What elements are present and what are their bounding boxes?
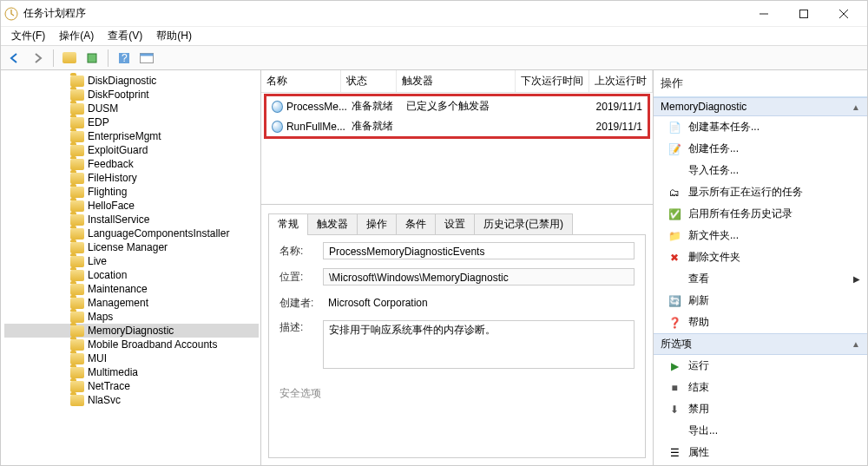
tree-item-label: DiskFootprint bbox=[88, 89, 149, 101]
action-item[interactable]: ■结束 bbox=[654, 377, 867, 398]
close-button[interactable] bbox=[824, 1, 864, 27]
tree-pane[interactable]: DiskDiagnosticDiskFootprintDUSMEDPEnterp… bbox=[1, 70, 261, 465]
action-item[interactable]: ☰属性 bbox=[654, 442, 867, 463]
action-icon: ✖ bbox=[667, 251, 681, 265]
tree-item[interactable]: Location bbox=[4, 268, 259, 282]
tree-item[interactable]: FileHistory bbox=[4, 171, 259, 185]
menu-file[interactable]: 文件(F) bbox=[4, 27, 52, 45]
folder-icon bbox=[70, 367, 84, 378]
app-icon bbox=[4, 7, 18, 21]
folder-icon bbox=[70, 353, 84, 364]
forward-button[interactable] bbox=[27, 49, 48, 68]
menu-view[interactable]: 查看(V) bbox=[101, 27, 149, 45]
action-item[interactable]: 导出... bbox=[654, 420, 867, 442]
actions-pane: 操作 MemoryDiagnostic ▲ 📄创建基本任务...📝创建任务...… bbox=[654, 70, 867, 465]
task-list[interactable]: 名称 状态 触发器 下次运行时间 上次运行时 ProcessMe...准备就绪已… bbox=[261, 70, 653, 204]
details-body: 名称: ProcessMemoryDiagnosticEvents 位置: \M… bbox=[268, 235, 646, 458]
action-item[interactable]: 📁新文件夹... bbox=[654, 225, 867, 246]
tree-item[interactable]: LanguageComponentsInstaller bbox=[4, 226, 259, 240]
value-name[interactable]: ProcessMemoryDiagnosticEvents bbox=[323, 242, 635, 259]
action-label: 运行 bbox=[688, 358, 709, 373]
action-item[interactable]: 📝创建任务... bbox=[654, 138, 867, 160]
tree-item[interactable]: MemoryDiagnostic bbox=[4, 324, 259, 338]
tree-item[interactable]: Maps bbox=[4, 310, 259, 324]
action-item[interactable]: 📄创建基本任务... bbox=[654, 116, 867, 138]
toolbar-separator bbox=[108, 49, 108, 67]
back-button[interactable] bbox=[4, 49, 25, 68]
col-last[interactable]: 上次运行时 bbox=[589, 70, 653, 92]
tree-item[interactable]: Multimedia bbox=[4, 365, 259, 379]
task-icon bbox=[272, 101, 283, 113]
tree-item[interactable]: DiskFootprint bbox=[4, 88, 259, 102]
col-next[interactable]: 下次运行时间 bbox=[516, 70, 589, 92]
window-title: 任务计划程序 bbox=[23, 6, 744, 21]
tree-item[interactable]: Management bbox=[4, 296, 259, 310]
actions-section-context[interactable]: MemoryDiagnostic ▲ bbox=[654, 97, 867, 116]
tree-item[interactable]: Live bbox=[4, 254, 259, 268]
tab-actions[interactable]: 操作 bbox=[357, 213, 397, 234]
tree-item-label: Feedback bbox=[88, 158, 134, 170]
action-item[interactable]: ⬇禁用 bbox=[654, 398, 867, 420]
maximize-button[interactable] bbox=[784, 1, 824, 27]
tree-item[interactable]: Mobile Broadband Accounts bbox=[4, 338, 259, 351]
action-icon bbox=[667, 272, 681, 286]
tree-item[interactable]: InstallService bbox=[4, 213, 259, 226]
help-button[interactable]: ? bbox=[114, 49, 135, 68]
tab-conditions[interactable]: 条件 bbox=[396, 213, 436, 234]
action-item[interactable]: 导入任务... bbox=[654, 160, 867, 181]
tree-item-label: Management bbox=[88, 297, 148, 309]
show-pane-button[interactable] bbox=[136, 49, 157, 68]
tree-item[interactable]: HelloFace bbox=[4, 199, 259, 213]
tree-item-label: License Manager bbox=[88, 241, 168, 253]
tree-item[interactable]: MUI bbox=[4, 351, 259, 365]
svg-rect-1 bbox=[800, 10, 808, 17]
col-name[interactable]: 名称 bbox=[261, 70, 341, 92]
tree-item[interactable]: License Manager bbox=[4, 240, 259, 254]
task-list-header[interactable]: 名称 状态 触发器 下次运行时间 上次运行时 bbox=[261, 70, 653, 93]
task-row[interactable]: RunFullMe...准备就绪2019/11/1 bbox=[266, 116, 648, 136]
tab-general[interactable]: 常规 bbox=[268, 213, 308, 234]
tree-item[interactable]: Maintenance bbox=[4, 282, 259, 296]
value-desc[interactable]: 安排用于响应系统事件的内存诊断。 bbox=[323, 320, 635, 369]
col-trigger[interactable]: 触发器 bbox=[397, 70, 516, 92]
menu-help[interactable]: 帮助(H) bbox=[149, 27, 199, 45]
action-item[interactable]: ✖删除文件夹 bbox=[654, 246, 867, 268]
action-item[interactable]: 查看▶ bbox=[654, 268, 867, 290]
folder-icon bbox=[70, 159, 84, 170]
action-item[interactable]: 🔄刷新 bbox=[654, 290, 867, 312]
action-icon: 📝 bbox=[667, 142, 681, 156]
folder-button[interactable] bbox=[59, 49, 80, 68]
tree-item-label: MUI bbox=[88, 352, 107, 364]
tree-item-label: LanguageComponentsInstaller bbox=[88, 227, 229, 240]
value-author: Microsoft Corporation bbox=[323, 294, 635, 312]
tree-item[interactable]: DiskDiagnostic bbox=[4, 74, 259, 88]
tab-settings[interactable]: 设置 bbox=[435, 213, 475, 234]
tab-history[interactable]: 历史记录(已禁用) bbox=[474, 213, 573, 234]
value-loc: \Microsoft\Windows\MemoryDiagnostic bbox=[323, 268, 635, 286]
props-button[interactable] bbox=[82, 49, 102, 68]
col-state[interactable]: 状态 bbox=[341, 70, 398, 92]
actions-section-selected-label: 所选项 bbox=[661, 337, 692, 351]
folder-icon bbox=[70, 117, 84, 128]
title-bar: 任务计划程序 bbox=[1, 1, 867, 27]
menu-action[interactable]: 操作(A) bbox=[52, 27, 101, 45]
tree-item[interactable]: DUSM bbox=[4, 102, 259, 115]
action-icon: ✅ bbox=[667, 207, 681, 221]
tree-item-label: MemoryDiagnostic bbox=[88, 325, 174, 337]
tree-item[interactable]: EDP bbox=[4, 115, 259, 129]
tree-item[interactable]: ExploitGuard bbox=[4, 143, 259, 157]
action-item[interactable]: ✅启用所有任务历史记录 bbox=[654, 203, 867, 225]
tree-item[interactable]: Flighting bbox=[4, 185, 259, 199]
action-item[interactable]: 🗂显示所有正在运行的任务 bbox=[654, 181, 867, 203]
action-item[interactable]: ▶运行 bbox=[654, 355, 867, 377]
tree-item[interactable]: NetTrace bbox=[4, 379, 259, 393]
tree-item[interactable]: EnterpriseMgmt bbox=[4, 129, 259, 143]
actions-section-selected[interactable]: 所选项 ▲ bbox=[654, 333, 867, 355]
action-item[interactable]: ❓帮助 bbox=[654, 312, 867, 333]
tree-item[interactable]: NlaSvc bbox=[4, 393, 259, 407]
tab-triggers[interactable]: 触发器 bbox=[307, 213, 358, 234]
task-row[interactable]: ProcessMe...准备就绪已定义多个触发器2019/11/1 bbox=[266, 96, 648, 116]
minimize-button[interactable] bbox=[744, 1, 784, 27]
folder-icon bbox=[70, 200, 84, 212]
tree-item[interactable]: Feedback bbox=[4, 157, 259, 171]
